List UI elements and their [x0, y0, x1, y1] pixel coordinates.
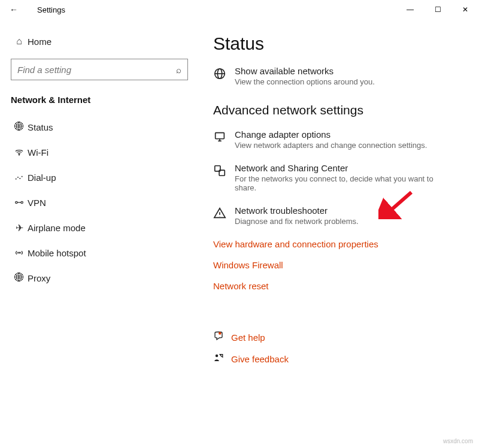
sidebar-item-vpn[interactable]: VPN	[2, 190, 192, 215]
globe-icon	[213, 66, 235, 86]
troubleshooter-row[interactable]: Network troubleshooter Diagnose and fix …	[213, 205, 465, 226]
sidebar-item-hotspot[interactable]: Mobile hotspot	[2, 240, 192, 265]
help-label: Get help	[231, 332, 265, 343]
sharing-icon	[213, 163, 235, 192]
main-content: Status Show available networks View the …	[192, 19, 479, 448]
svg-point-3	[19, 178, 20, 179]
category-header: Network & Internet	[2, 89, 192, 114]
sidebar-item-airplane[interactable]: ✈︎ Airplane mode	[2, 215, 192, 240]
warning-icon	[213, 205, 235, 226]
titlebar: ← Settings — ☐ ✕	[0, 0, 479, 19]
sidebar-item-label: Dial-up	[28, 172, 56, 183]
window-controls: — ☐ ✕	[396, 0, 479, 19]
airplane-icon: ✈︎	[11, 222, 28, 234]
get-help-row[interactable]: Get help	[213, 331, 465, 344]
svg-point-2	[17, 177, 19, 178]
svg-rect-10	[216, 133, 225, 139]
sidebar-item-label: Status	[28, 122, 53, 132]
setting-desc: For the networks you connect to, decide …	[235, 174, 456, 192]
svg-point-0	[19, 155, 19, 155]
help-icon	[213, 331, 231, 344]
svg-point-1	[16, 178, 17, 180]
sidebar-item-status[interactable]: 🌐︎ Status	[2, 114, 192, 140]
sidebar-item-label: Proxy	[28, 273, 50, 283]
sidebar: ⌂ Home ⌕ Network & Internet 🌐︎ Status Wi…	[0, 19, 192, 448]
setting-desc: Diagnose and fix network problems.	[235, 217, 359, 226]
link-hardware[interactable]: View hardware and connection properties	[213, 239, 465, 249]
wifi-icon	[11, 147, 28, 157]
search-input[interactable]	[17, 65, 176, 75]
svg-point-4	[22, 176, 23, 177]
globe-icon: 🌐︎	[11, 122, 28, 132]
minimize-button[interactable]: —	[396, 0, 424, 19]
window-title: Settings	[37, 5, 65, 14]
feedback-label: Give feedback	[231, 354, 289, 364]
svg-point-7	[19, 252, 20, 253]
home-icon: ⌂	[11, 36, 28, 47]
watermark: wsxdn.com	[443, 438, 473, 444]
svg-point-14	[216, 355, 219, 358]
sidebar-home-label: Home	[28, 37, 51, 47]
link-reset[interactable]: Network reset	[213, 281, 465, 291]
sharing-center-row[interactable]: Network and Sharing Center For the netwo…	[213, 163, 465, 192]
svg-point-13	[219, 332, 222, 335]
sidebar-item-label: Airplane mode	[28, 223, 86, 233]
setting-desc: View the connection options around you.	[235, 77, 375, 86]
hotspot-icon	[11, 248, 28, 258]
sidebar-item-dialup[interactable]: Dial-up	[2, 165, 192, 190]
setting-title: Network and Sharing Center	[235, 163, 456, 173]
sidebar-item-wifi[interactable]: Wi-Fi	[2, 140, 192, 165]
vpn-icon	[11, 198, 28, 207]
dialup-icon	[11, 172, 28, 182]
search-icon: ⌕	[176, 65, 181, 75]
setting-title: Change adapter options	[235, 129, 427, 140]
sidebar-home[interactable]: ⌂ Home	[2, 29, 192, 54]
page-title: Status	[213, 34, 465, 54]
setting-title: Show available networks	[235, 66, 375, 76]
section-header: Advanced network settings	[213, 103, 465, 117]
search-box[interactable]: ⌕	[11, 59, 188, 80]
maximize-button[interactable]: ☐	[424, 0, 451, 19]
close-button[interactable]: ✕	[451, 0, 479, 19]
proxy-icon: 🌐︎	[11, 273, 28, 283]
adapter-icon	[213, 129, 235, 150]
setting-desc: View network adapters and change connect…	[235, 141, 427, 150]
adapter-options-row[interactable]: Change adapter options View network adap…	[213, 129, 465, 150]
sidebar-item-label: VPN	[28, 198, 46, 208]
sidebar-item-label: Mobile hotspot	[28, 248, 86, 258]
feedback-icon	[213, 352, 231, 365]
link-firewall[interactable]: Windows Firewall	[213, 260, 465, 270]
back-button[interactable]: ←	[10, 5, 24, 14]
setting-title: Network troubleshooter	[235, 205, 359, 216]
svg-point-6	[21, 201, 23, 203]
svg-point-5	[16, 201, 17, 203]
feedback-row[interactable]: Give feedback	[213, 352, 465, 365]
show-networks-row[interactable]: Show available networks View the connect…	[213, 66, 465, 86]
sidebar-item-proxy[interactable]: 🌐︎ Proxy	[2, 265, 192, 290]
sidebar-item-label: Wi-Fi	[28, 147, 48, 158]
